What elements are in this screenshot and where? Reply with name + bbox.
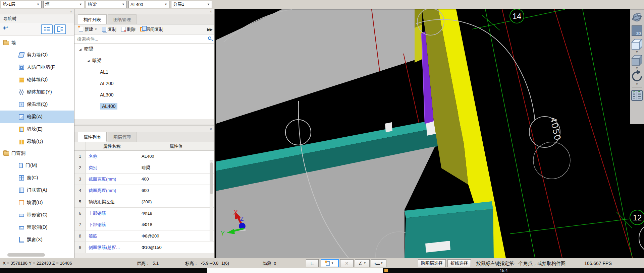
- tree-item-shear-wall[interactable]: 剪力墙(Q): [0, 49, 74, 61]
- cross-layer-select-button[interactable]: 跨图层选择: [418, 259, 446, 267]
- new-button[interactable]: 新建 ▼: [77, 26, 99, 33]
- axis-bubble-14[interactable]: 14: [510, 9, 524, 23]
- property-row[interactable]: 2 类别 暗梁: [74, 162, 214, 174]
- tree-item-wall-pier[interactable]: 墙垛(E): [0, 123, 74, 135]
- window-icon: [19, 175, 24, 181]
- property-row[interactable]: 9 侧面纵筋(总配... Φ10@150: [74, 242, 214, 253]
- tree-item-civil-defense-wall[interactable]: 人防门框墙(F: [0, 61, 74, 73]
- component-item-al400[interactable]: AL400: [74, 100, 214, 112]
- close-icon[interactable]: ×: [210, 127, 212, 131]
- tab-layer-management[interactable]: 图层管理: [108, 132, 137, 142]
- command-prompt: 按鼠标左键指定第一个角点，或拾取构件图: [476, 261, 566, 267]
- tree-item-masonry-wall[interactable]: 砌体墙(Q): [0, 73, 74, 86]
- tree-item-masonry-reinforcement[interactable]: 砌体加筋(Y): [0, 86, 74, 98]
- rectangle-select-button[interactable]: ▼: [321, 259, 339, 267]
- floor-select[interactable]: 第-1层 ▼: [1, 1, 42, 8]
- checklist-icon: [631, 90, 643, 101]
- category-select[interactable]: 墙 ▼: [43, 1, 84, 8]
- polyline-select-button[interactable]: 折线选择: [447, 259, 471, 267]
- yellow-column-face[interactable]: [415, 24, 422, 63]
- white-block-small[interactable]: [385, 122, 392, 132]
- tab-drawing-management[interactable]: 图纸管理: [108, 14, 137, 24]
- tree-item-bay-window[interactable]: 飘窗(X): [0, 233, 74, 246]
- search-input[interactable]: [74, 35, 214, 43]
- toolbar-divider: [632, 87, 642, 87]
- hidden-beam-icon: [19, 114, 24, 120]
- expander-icon[interactable]: ◢: [87, 59, 90, 62]
- rotate-view-button[interactable]: [631, 70, 643, 83]
- tree-item-hidden-beam[interactable]: 暗梁(A): [0, 111, 74, 123]
- ortho-mode-button[interactable]: [306, 259, 319, 267]
- tab-component-list[interactable]: 构件列表: [78, 14, 107, 24]
- tree-item-strip-hole[interactable]: 带形洞(D): [0, 221, 74, 233]
- top-toolbar: 第-1层 ▼ 墙 ▼ 暗梁 ▼ AL400 ▼ 分层1 ▼: [0, 0, 644, 9]
- tree-item-door[interactable]: 门(M): [0, 159, 74, 172]
- vertical-scrollbar[interactable]: [210, 160, 213, 241]
- tree-item-window[interactable]: 窗(C): [0, 172, 74, 184]
- wireframe-view-button[interactable]: [631, 38, 643, 51]
- folder-icon: [3, 151, 9, 156]
- expand-all-icon[interactable]: ✚: [3, 26, 8, 30]
- tree-item-insulation-wall[interactable]: 保温墙(Q): [0, 98, 74, 111]
- tab-property-list[interactable]: 属性列表: [78, 132, 107, 142]
- search-icon[interactable]: [208, 37, 211, 40]
- tree-group-openings[interactable]: 门窗洞: [0, 148, 74, 159]
- component-item-al300[interactable]: AL300: [74, 89, 214, 100]
- shaded-view-button[interactable]: [631, 54, 643, 67]
- horizontal-scrollbar[interactable]: [7, 253, 45, 257]
- close-icon[interactable]: ×: [70, 9, 72, 13]
- new-document-icon: [79, 27, 83, 32]
- close-icon[interactable]: ×: [210, 9, 212, 13]
- rectangle-select-icon: [326, 261, 330, 266]
- angle-snap-button[interactable]: ▼: [355, 259, 370, 267]
- component-tree-group[interactable]: ◢ 暗梁: [74, 55, 214, 66]
- toolbar-overflow-button[interactable]: ▶▶: [207, 27, 212, 32]
- property-row[interactable]: 6 上部钢筋 4Φ18: [74, 208, 214, 219]
- app-window: { "window": { "clock": "15:4" }, "toolba…: [0, 0, 644, 273]
- property-row[interactable]: 4 截面高度(mm) 600: [74, 185, 214, 196]
- tree-item-strip-window[interactable]: 带形窗(C): [0, 209, 74, 221]
- layer-select[interactable]: 分层1 ▼: [171, 1, 212, 8]
- component-item-al1[interactable]: AL1: [74, 66, 214, 78]
- component-item-al200[interactable]: AL200: [74, 78, 214, 89]
- property-row[interactable]: 8 箍筋 Φ8@200: [74, 230, 214, 242]
- layout-view-button[interactable]: [54, 24, 66, 34]
- selection-count: 1(6): [221, 261, 229, 266]
- list-view-button[interactable]: [41, 24, 53, 34]
- axis-bubble-12[interactable]: 12: [630, 210, 644, 225]
- taskbar-window[interactable]: [207, 268, 383, 273]
- tree-item-curtain-wall[interactable]: 幕墙(Q): [0, 135, 74, 148]
- expander-icon[interactable]: ◢: [79, 48, 82, 51]
- tree-item-door-window[interactable]: 门联窗(A): [0, 184, 74, 196]
- elevation-value: -5.9~-0.8: [201, 261, 218, 266]
- property-row[interactable]: 3 截面宽度(mm) 400: [74, 174, 214, 185]
- inter-layer-copy-button[interactable]: 层间复制: [139, 26, 165, 33]
- viewport-3d[interactable]: 4050 14 12 X Z Y: [215, 9, 644, 258]
- navigation-panel: × 导航树 ✚ 墙 剪力墙(Q) 人防: [0, 9, 74, 258]
- spec-list-button[interactable]: [631, 89, 643, 102]
- orbit-view-button[interactable]: [631, 11, 643, 24]
- tree-group-wall[interactable]: 墙: [0, 37, 74, 49]
- element-type-select[interactable]: 暗梁 ▼: [86, 1, 127, 8]
- cross-snap-icon: [345, 261, 349, 266]
- copy-button[interactable]: 复制: [100, 26, 118, 33]
- view-2d-button[interactable]: 2D: [631, 24, 643, 38]
- property-row[interactable]: 5 轴线距梁左边... (200): [74, 196, 214, 208]
- chevron-down-icon[interactable]: ▼: [636, 67, 638, 70]
- masonry-reinforcement-icon: [19, 89, 24, 95]
- chevron-down-icon[interactable]: ▼: [636, 83, 638, 86]
- snap-cross-button[interactable]: [340, 259, 354, 267]
- delete-button[interactable]: 删除: [119, 26, 137, 33]
- chevron-down-icon[interactable]: ▼: [636, 51, 638, 54]
- component-select[interactable]: AL400 ▼: [128, 1, 169, 8]
- elevation-label: 标高：: [185, 261, 198, 267]
- property-row[interactable]: 7 下部钢筋 4Φ18: [74, 219, 214, 230]
- point-snap-button[interactable]: ▼: [371, 259, 386, 267]
- chevron-down-icon: ▼: [380, 262, 383, 265]
- property-row[interactable]: 1 名称 AL400: [74, 151, 214, 162]
- taskbar-icon[interactable]: [384, 269, 388, 272]
- tree-item-wall-hole[interactable]: 墙洞(D): [0, 196, 74, 209]
- component-toolbar: 新建 ▼ 复制 删除 层间复制 ▶▶: [74, 24, 214, 35]
- angle-icon: [358, 261, 363, 266]
- component-tree-root[interactable]: ◢ 暗梁: [74, 44, 214, 55]
